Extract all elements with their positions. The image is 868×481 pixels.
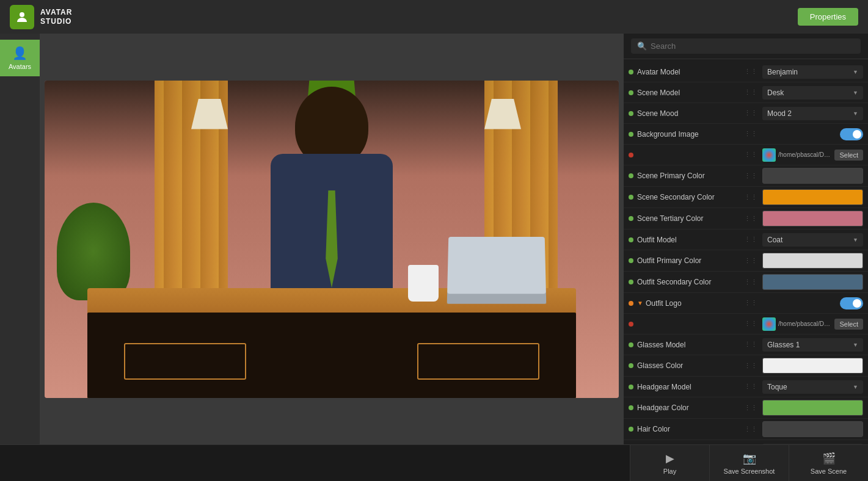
prop-file-control-background-image-file: /home/pbascal/D…Select [762, 148, 863, 162]
prop-color-swatch-glasses-color[interactable] [762, 358, 863, 374]
prop-handle-scene-mood[interactable]: ⋮⋮ [744, 109, 757, 117]
prop-handle-background-image-file[interactable]: ⋮⋮ [744, 151, 757, 159]
prop-toggle-background-image[interactable] [840, 128, 863, 140]
light-shade-left [191, 99, 228, 129]
prop-control-scene-tertiary-color [762, 211, 863, 226]
prop-handle-outfit-logo[interactable]: ⋮⋮ [744, 299, 757, 307]
app-logo [10, 5, 34, 29]
save-scene-button[interactable]: 🎬 Save Scene [789, 445, 868, 481]
prop-select-wrap-eye-color: Brown [762, 444, 863, 445]
prop-file-path-outfit-logo-file: /home/pbascal/D… [778, 320, 832, 327]
play-icon: ▶ [666, 452, 674, 465]
prop-handle-outfit-model[interactable]: ⋮⋮ [744, 236, 757, 244]
prop-handle-background-image[interactable]: ⋮⋮ [744, 130, 757, 138]
sidebar-item-label-avatars: Avatars [9, 63, 31, 70]
prop-file-icon-outfit-logo-file [762, 317, 776, 331]
prop-color-swatch-outfit-secondary-color[interactable] [762, 274, 863, 290]
prop-select-wrap-headgear-model: Toque [762, 380, 863, 394]
prop-row-outfit-secondary-color: Outfit Secondary Color⋮⋮ [624, 272, 868, 293]
light-left [191, 99, 228, 148]
prop-control-avatar-model: Benjamin [762, 65, 863, 79]
prop-handle-scene-primary-color[interactable]: ⋮⋮ [744, 172, 757, 180]
prop-handle-avatar-model[interactable]: ⋮⋮ [744, 68, 757, 76]
prop-control-background-image-file: /home/pbascal/D…Select [762, 148, 863, 162]
prop-label-scene-secondary-color: Scene Secondary Color [637, 193, 744, 201]
bottom-actions: ▶ Play 📷 Save Screenshot 🎬 Save Scene [630, 445, 868, 481]
play-button[interactable]: ▶ Play [630, 445, 709, 481]
prop-file-path-background-image-file: /home/pbascal/D… [778, 151, 832, 158]
prop-handle-headgear-model[interactable]: ⋮⋮ [744, 383, 757, 391]
right-panel: 🔍 Avatar Model⋮⋮BenjaminScene Model⋮⋮Des… [624, 34, 868, 444]
prop-select-scene-mood[interactable]: Mood 2 [762, 107, 863, 120]
prop-handle-outfit-logo-file[interactable]: ⋮⋮ [744, 320, 757, 328]
prop-indicator-glasses-model [629, 342, 633, 347]
prop-label-avatar-model: Avatar Model [637, 68, 744, 76]
prop-select-outfit-model[interactable]: Coat [762, 233, 863, 247]
prop-label-glasses-model: Glasses Model [637, 341, 744, 349]
prop-select-eye-color[interactable]: Brown [762, 444, 863, 445]
svg-point-0 [20, 12, 24, 17]
prop-indicator-outfit-primary-color [629, 258, 633, 263]
prop-label-headgear-model: Headgear Model [637, 383, 744, 391]
prop-handle-scene-tertiary-color[interactable]: ⋮⋮ [744, 215, 757, 223]
prop-control-outfit-primary-color [762, 253, 863, 269]
prop-toggle-outfit-logo[interactable] [840, 297, 863, 309]
properties-button[interactable]: Properties [798, 8, 858, 26]
prop-color-swatch-outfit-primary-color[interactable] [762, 253, 863, 269]
prop-control-outfit-logo [762, 297, 863, 309]
section-toggle-outfit-logo[interactable]: ▼ [637, 300, 643, 306]
prop-label-background-image: Background Image [637, 130, 744, 139]
prop-handle-hair-color[interactable]: ⋮⋮ [744, 425, 757, 433]
prop-row-outfit-logo-file: ⋮⋮/home/pbascal/D…Select [624, 314, 868, 335]
desk [87, 288, 576, 398]
prop-row-scene-secondary-color: Scene Secondary Color⋮⋮ [624, 187, 868, 208]
prop-handle-outfit-primary-color[interactable]: ⋮⋮ [744, 257, 757, 265]
prop-select-wrap-outfit-model: Coat [762, 233, 863, 247]
prop-indicator-avatar-model [629, 70, 633, 74]
save-screenshot-button[interactable]: 📷 Save Screenshot [709, 445, 789, 481]
prop-control-glasses-color [762, 358, 863, 374]
prop-indicator-scene-secondary-color [629, 195, 633, 200]
prop-handle-outfit-secondary-color[interactable]: ⋮⋮ [744, 278, 757, 286]
prop-select-scene-model[interactable]: Desk [762, 86, 863, 99]
prop-row-hair-color: Hair Color⋮⋮ [624, 419, 868, 440]
search-input[interactable] [651, 42, 855, 51]
save-screenshot-label: Save Screenshot [724, 468, 775, 475]
prop-indicator-scene-tertiary-color [629, 216, 633, 221]
main-layout: 👤 Avatars [0, 34, 868, 444]
prop-label-outfit-secondary-color: Outfit Secondary Color [637, 278, 744, 286]
sidebar-item-avatars[interactable]: 👤 Avatars [0, 40, 40, 76]
search-icon: 🔍 [637, 42, 647, 51]
prop-indicator-scene-model [629, 90, 633, 95]
prop-handle-glasses-model[interactable]: ⋮⋮ [744, 341, 757, 349]
prop-file-control-outfit-logo-file: /home/pbascal/D…Select [762, 317, 863, 331]
app-branding: AVATAR STUDIO [10, 5, 72, 29]
prop-file-select-btn-background-image-file[interactable]: Select [834, 150, 863, 161]
prop-row-scene-mood: Scene Mood⋮⋮Mood 2 [624, 103, 868, 124]
prop-color-swatch-scene-secondary-color[interactable] [762, 189, 863, 205]
prop-handle-scene-secondary-color[interactable]: ⋮⋮ [744, 193, 757, 201]
prop-file-select-btn-outfit-logo-file[interactable]: Select [834, 319, 863, 330]
prop-select-avatar-model[interactable]: Benjamin [762, 65, 863, 79]
app-logo-icon [15, 10, 29, 24]
prop-color-swatch-scene-tertiary-color[interactable] [762, 211, 863, 226]
prop-color-swatch-scene-primary-color[interactable] [762, 168, 863, 184]
prop-label-outfit-logo: Outfit Logo [646, 299, 744, 308]
prop-row-headgear-color: Headgear Color⋮⋮ [624, 397, 868, 419]
prop-control-glasses-model: Glasses 1 [762, 338, 863, 352]
prop-row-background-image: Background Image⋮⋮ [624, 124, 868, 145]
prop-row-scene-tertiary-color: Scene Tertiary Color⋮⋮ [624, 208, 868, 230]
prop-handle-glasses-color[interactable]: ⋮⋮ [744, 362, 757, 370]
camera-icon: 📷 [743, 452, 756, 465]
prop-select-glasses-model[interactable]: Glasses 1 [762, 338, 863, 352]
prop-indicator-background-image [629, 132, 633, 137]
prop-control-background-image [762, 128, 863, 140]
prop-color-swatch-hair-color[interactable] [762, 421, 863, 437]
panel-search: 🔍 [624, 34, 868, 59]
prop-handle-scene-model[interactable]: ⋮⋮ [744, 89, 757, 96]
laptop-screen [447, 237, 546, 294]
prop-label-hair-color: Hair Color [637, 425, 744, 433]
prop-handle-headgear-color[interactable]: ⋮⋮ [744, 404, 757, 412]
prop-select-headgear-model[interactable]: Toque [762, 380, 863, 394]
prop-color-swatch-headgear-color[interactable] [762, 400, 863, 416]
